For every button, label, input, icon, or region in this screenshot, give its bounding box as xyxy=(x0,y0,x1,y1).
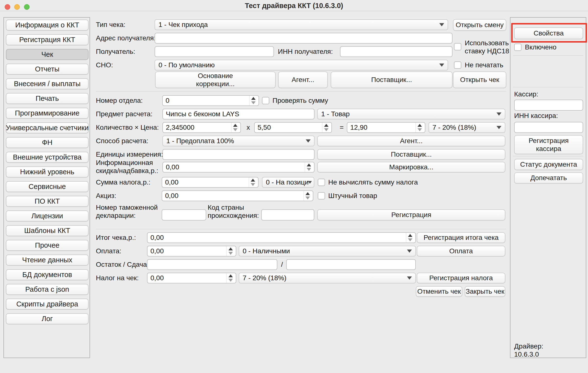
qty-price-label: Количество × Цена: xyxy=(96,122,159,133)
department-value: 0 xyxy=(166,97,170,105)
sidebar-item-receipt[interactable]: Чек xyxy=(6,49,89,60)
receipt-tax-stepper[interactable]: 0,00 xyxy=(147,273,236,283)
spinner-up-icon[interactable] xyxy=(233,124,237,127)
marking-button[interactable]: Маркировка... xyxy=(317,162,505,173)
payment-type-select[interactable]: 0 - Наличными xyxy=(239,246,416,256)
spinner-down-icon[interactable] xyxy=(418,128,422,131)
sidebar-item-external-devices[interactable]: Внешние устройства xyxy=(6,152,89,163)
recipient-inn-input[interactable] xyxy=(340,46,452,57)
use-vat18-checkbox[interactable] xyxy=(454,43,461,50)
units-input[interactable] xyxy=(162,149,315,160)
spinner-down-icon[interactable] xyxy=(251,183,255,186)
payment-method-select[interactable]: 1 - Предоплата 100% xyxy=(162,136,315,146)
tax-registration-button[interactable]: Регистрация налога xyxy=(417,273,505,283)
document-status-button[interactable]: Статус документа xyxy=(514,159,583,170)
correction-basis-button[interactable]: Основание коррекции... xyxy=(155,71,276,88)
sidebar-item-low-level[interactable]: Нижний уровень xyxy=(6,166,89,177)
info-discount-stepper[interactable]: 0,00 xyxy=(162,162,315,173)
total-registration-button[interactable]: Регистрация итога чека xyxy=(417,232,505,243)
open-receipt-button[interactable]: Открыть чек xyxy=(453,71,506,88)
sidebar-item-kkt-software[interactable]: ПО ККТ xyxy=(6,196,89,207)
spinner-up-icon[interactable] xyxy=(324,124,328,127)
sidebar-item-service[interactable]: Сервисные xyxy=(6,181,89,192)
check-sum-checkbox[interactable] xyxy=(262,97,269,104)
cashier-inn-input[interactable] xyxy=(514,122,583,133)
no-print-checkbox[interactable] xyxy=(454,61,461,69)
sidebar-item-programming[interactable]: Программирование xyxy=(6,108,89,119)
subject-input[interactable]: Чипсы с беконом LAYS xyxy=(162,109,315,119)
supplier-top-button[interactable]: Поставщик... xyxy=(331,71,452,88)
spinner-down-icon[interactable] xyxy=(408,238,412,241)
department-stepper[interactable]: 0 xyxy=(162,95,259,106)
sidebar-item-deposits-payouts[interactable]: Внесения / выплаты xyxy=(6,78,89,89)
open-shift-button[interactable]: Открыть смену xyxy=(453,19,506,31)
recipient-address-input[interactable] xyxy=(155,33,452,44)
sidebar-item-documents-db[interactable]: БД документов xyxy=(6,269,89,280)
agent-button[interactable]: Агент... xyxy=(317,136,505,146)
rest-input[interactable] xyxy=(147,259,277,270)
piece-goods-checkbox[interactable] xyxy=(318,192,325,199)
sidebar-item-kkt-templates[interactable]: Шаблоны ККТ xyxy=(6,225,89,236)
driver-version: Драйвер: 10.6.3.0 xyxy=(514,342,583,358)
spinner-up-icon[interactable] xyxy=(251,97,256,100)
receipt-type-select[interactable]: 1 - Чек прихода xyxy=(155,19,448,30)
sidebar-item-kkt-registration[interactable]: Регистрация ККТ xyxy=(6,34,89,45)
sno-select[interactable]: 0 - По умолчанию xyxy=(155,60,448,70)
sidebar-item-driver-scripts[interactable]: Скрипты драйвера xyxy=(6,299,89,310)
spinner-down-icon[interactable] xyxy=(324,128,328,131)
payment-stepper[interactable]: 0,00 xyxy=(147,246,236,256)
sidebar-item-kkt-info[interactable]: Информация о ККТ xyxy=(6,20,89,31)
sidebar-item-fn[interactable]: ФН xyxy=(6,137,89,148)
recipient-input[interactable] xyxy=(155,46,274,57)
close-button[interactable] xyxy=(5,4,10,10)
cashier-input[interactable] xyxy=(514,100,583,111)
customs-declaration-input[interactable] xyxy=(162,209,206,221)
cancel-receipt-button[interactable]: Отменить чек xyxy=(416,286,462,297)
supplier-button[interactable]: Поставщик... xyxy=(317,149,505,160)
position-vat-select[interactable]: 7 - 20% (18%) xyxy=(429,122,505,133)
spinner-down-icon[interactable] xyxy=(233,128,237,131)
tax-mode-select[interactable]: 0 - На позици xyxy=(262,177,314,188)
price-stepper[interactable]: 5,50 xyxy=(254,122,332,133)
spinner-up-icon[interactable] xyxy=(307,163,311,166)
payment-button[interactable]: Оплата xyxy=(417,246,505,256)
spinner-down-icon[interactable] xyxy=(228,279,233,282)
sum-stepper[interactable]: 12,90 xyxy=(347,122,425,133)
enabled-checkbox[interactable] xyxy=(514,44,521,51)
slash-divider: / xyxy=(278,259,286,270)
cashier-registration-button[interactable]: Регистрация кассира xyxy=(514,135,583,154)
spinner-up-icon[interactable] xyxy=(408,234,412,237)
registration-button[interactable]: Регистрация xyxy=(317,209,505,221)
quantity-stepper[interactable]: 2,345000 xyxy=(162,122,241,133)
zoom-button[interactable] xyxy=(24,4,30,10)
country-code-input[interactable] xyxy=(261,209,314,221)
spinner-up-icon[interactable] xyxy=(251,179,255,182)
sidebar-item-data-reading[interactable]: Чтение данных xyxy=(6,255,89,266)
spinner-up-icon[interactable] xyxy=(418,124,422,127)
print-more-button[interactable]: Допечатать xyxy=(514,172,583,184)
no-tax-calc-checkbox[interactable] xyxy=(318,179,325,186)
change-input[interactable] xyxy=(286,259,416,270)
spinner-down-icon[interactable] xyxy=(305,197,310,199)
sidebar-item-other[interactable]: Прочее xyxy=(6,240,89,251)
excise-stepper[interactable]: 0,00 xyxy=(162,190,313,201)
sidebar-item-print[interactable]: Печать xyxy=(6,93,89,104)
sidebar-item-log[interactable]: Лог xyxy=(6,313,89,324)
receipt-total-stepper[interactable]: 0,00 xyxy=(147,232,416,243)
spinner-down-icon[interactable] xyxy=(251,101,256,104)
spinner-up-icon[interactable] xyxy=(305,192,310,195)
subject-type-select[interactable]: 1 - Товар xyxy=(317,109,505,119)
receipt-tax-type-select[interactable]: 7 - 20% (18%) xyxy=(239,273,416,283)
sidebar-item-reports[interactable]: Отчеты xyxy=(6,64,89,75)
sidebar-item-licenses[interactable]: Лицензии xyxy=(6,210,89,221)
agent-top-button[interactable]: Агент... xyxy=(278,71,328,88)
spinner-up-icon[interactable] xyxy=(228,274,233,277)
spinner-down-icon[interactable] xyxy=(228,252,233,255)
tax-sum-stepper[interactable]: 0,00 xyxy=(162,177,259,188)
spinner-down-icon[interactable] xyxy=(307,168,311,171)
sidebar-item-json[interactable]: Работа с json xyxy=(6,284,89,295)
spinner-up-icon[interactable] xyxy=(228,247,233,250)
close-receipt-button[interactable]: Закрыть чек xyxy=(465,286,505,297)
sidebar-item-universal-counters[interactable]: Универсальные счетчики xyxy=(6,122,89,133)
minimize-button[interactable] xyxy=(14,4,20,10)
